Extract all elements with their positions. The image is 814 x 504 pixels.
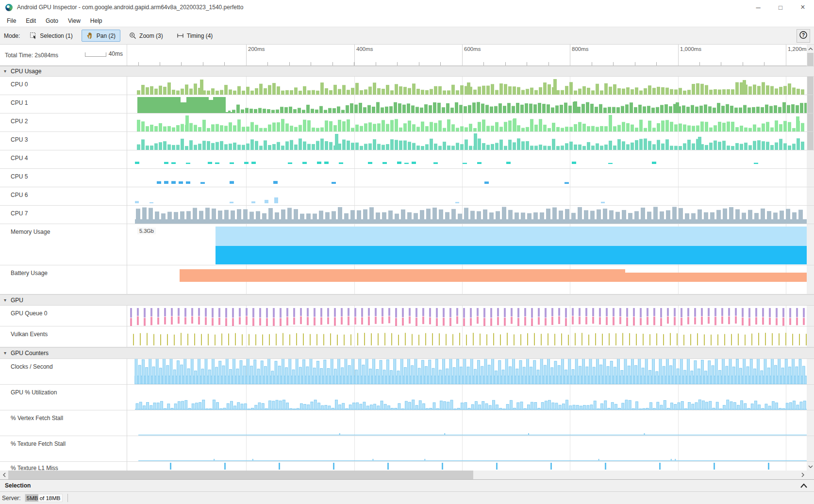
window-title: Android GPU Inspector - com.google.andro… [17,4,243,11]
scale-label: 40ms [109,51,123,57]
track-chart-texture-fetch-stall[interactable] [127,436,807,461]
track-chart-cpu-5[interactable] [127,169,807,187]
horizontal-scrollbar-thumb[interactable] [8,471,473,479]
track-chart-cpu-4[interactable] [127,150,807,168]
selection-mode-button[interactable]: Selection (1) [25,30,77,42]
track-row-cpu-0: CPU 0 [0,77,814,95]
track-chart-gpu-queue[interactable] [127,306,807,326]
track-label: CPU 2 [0,114,127,131]
track-row-cpu-2: CPU 2 [0,114,814,132]
scroll-left-arrow-icon[interactable] [0,471,8,479]
close-icon: × [800,3,805,12]
track-label: CPU 3 [0,132,127,150]
track-label: Clocks / Second [0,359,127,384]
track-label: GPU % Utilization [0,385,127,410]
track-chart-gpu-utilization[interactable] [127,385,807,410]
menu-goto[interactable]: Goto [41,16,63,26]
help-icon: ? [799,31,808,41]
menu-view[interactable]: View [63,16,85,26]
selection-panel-header[interactable]: Selection [0,479,814,492]
menu-edit[interactable]: Edit [21,16,41,26]
track-row-cpu-4: CPU 4 [0,150,814,169]
timeline-ruler[interactable]: Total Time: 2s084ms 40ms 200ms400ms600ms… [0,45,814,66]
scale-bracket-icon [85,52,106,57]
timing-icon [177,32,184,39]
track-label: CPU 6 [0,187,127,205]
track-row-clocks-per-second: Clocks / Second [0,359,814,385]
track-label: % Vertex Fetch Stall [0,410,127,436]
collapse-triangle-icon: ▾ [4,297,6,303]
track-row-vulkan-events: Vulkan Events [0,326,814,347]
track-chart-clocks[interactable] [127,359,807,384]
selection-icon [30,32,37,39]
track-chart-cpu-0[interactable] [127,77,807,95]
app-logo-icon [5,4,13,11]
status-bar: Server: 5MB of 18MB [0,492,814,504]
track-label: % Texture Fetch Stall [0,436,127,461]
track-label: % Texture L1 Miss [0,462,127,471]
menu-file[interactable]: File [2,16,21,26]
track-label: CPU 1 [0,95,127,113]
track-chart-battery[interactable] [127,265,807,294]
track-row-vertex-fetch-stall: % Vertex Fetch Stall [0,410,814,436]
help-button[interactable]: ? [797,29,810,43]
track-chart-cpu-1[interactable] [127,95,807,113]
scroll-right-arrow-icon[interactable] [798,471,807,479]
minimize-button[interactable]: ─ [747,0,769,15]
title-bar: Android GPU Inspector - com.google.andro… [0,0,814,15]
timeline-content: ▾ CPU Usage CPU 0 CPU 1 CPU 2 CPU 3 CPU … [0,66,814,471]
track-chart-vulkan[interactable] [127,326,807,347]
track-row-texture-fetch-stall: % Texture Fetch Stall [0,436,814,462]
group-header-gpu[interactable]: ▾ GPU [0,294,814,306]
track-row-battery-usage: Battery Usage [0,265,814,294]
minimize-icon: ─ [756,4,760,11]
horizontal-scrollbar[interactable] [0,471,807,479]
track-row-texture-l1-miss: % Texture L1 Miss [0,462,814,471]
maximize-icon: □ [779,4,782,11]
track-row-cpu-7: CPU 7 [0,206,814,224]
timing-mode-button[interactable]: Timing (4) [172,30,218,42]
group-header-cpu-usage[interactable]: ▾ CPU Usage [0,66,814,77]
track-label: CPU 4 [0,150,127,168]
pan-mode-button[interactable]: Pan (2) [82,30,120,42]
scroll-up-arrow-icon[interactable] [807,45,814,53]
track-label: CPU 7 [0,206,127,224]
track-chart-memory[interactable]: 5.3Gb [127,224,807,265]
track-row-memory-usage: Memory Usage 5.3Gb [0,224,814,265]
track-label: GPU Queue 0 [0,306,127,326]
track-chart-cpu-3[interactable] [127,132,807,150]
maximize-button[interactable]: □ [769,0,792,15]
ruler-ticks[interactable]: 200ms400ms600ms800ms1,000ms1,200ms [127,45,807,65]
track-chart-cpu-7[interactable] [127,206,807,224]
track-chart-texture-l1-miss[interactable] [127,462,807,471]
track-row-cpu-5: CPU 5 [0,169,814,187]
mode-toolbar: Mode: Selection (1) Pan (2) Zoom (3) Tim… [0,27,814,45]
zoom-mode-button[interactable]: Zoom (3) [124,30,168,42]
track-label: CPU 0 [0,77,127,95]
ruler-major-label: 800ms [572,46,589,52]
menu-help[interactable]: Help [85,16,107,26]
total-time-label: Total Time: 2s084ms [0,52,58,59]
ruler-major-label: 600ms [464,46,481,52]
panel-collapse-chevron-icon[interactable] [800,481,807,490]
collapse-triangle-icon: ▾ [4,68,6,74]
scale-indicator: 40ms [85,51,123,57]
status-divider [67,494,68,502]
track-row-gpu-queue-0: GPU Queue 0 [0,306,814,326]
ruler-major-label: 200ms [248,46,265,52]
track-label: Memory Usage [0,224,127,265]
pan-mode-label: Pan (2) [97,33,116,39]
track-row-cpu-3: CPU 3 [0,132,814,150]
close-button[interactable]: × [792,0,814,15]
ruler-major-label: 400ms [356,46,373,52]
mode-label: Mode: [4,33,20,39]
track-chart-cpu-6[interactable] [127,187,807,205]
timing-mode-label: Timing (4) [187,33,213,39]
menu-bar: File Edit Goto View Help [0,15,814,27]
server-memory-badge: 5MB of 18MB [25,494,63,502]
track-chart-cpu-2[interactable] [127,114,807,131]
ruler-major-label: 1,000ms [680,46,701,52]
track-chart-vertex-fetch-stall[interactable] [127,410,807,436]
group-header-gpu-counters[interactable]: ▾ GPU Counters [0,347,814,359]
server-label: Server: [0,495,21,502]
